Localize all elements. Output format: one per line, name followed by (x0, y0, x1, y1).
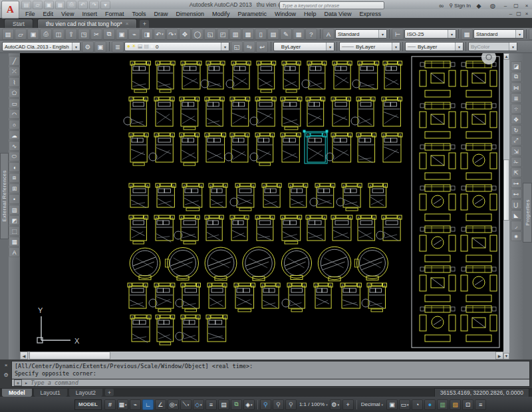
furniture-block[interactable] (129, 215, 148, 244)
furniture-block[interactable] (382, 133, 402, 162)
publish-icon[interactable]: ⇪ (65, 29, 77, 40)
pan-realtime-icon[interactable]: ✥ (179, 29, 191, 40)
menu-item-modify[interactable]: Modify (208, 11, 234, 17)
dynamic-input-icon[interactable]: ⌁ (130, 399, 141, 410)
horizontal-scroll-thumb[interactable] (29, 352, 110, 360)
furniture-block[interactable] (230, 97, 250, 126)
layout-tab-model[interactable]: Model (2, 389, 32, 397)
sofa-set-block[interactable] (461, 266, 497, 302)
line-icon[interactable]: ╱ (9, 56, 20, 66)
tab-start[interactable]: Start (4, 19, 33, 28)
furniture-block[interactable] (230, 215, 249, 241)
hardware-acceleration-icon[interactable]: ● (424, 399, 436, 410)
furniture-block[interactable] (336, 183, 362, 211)
furniture-block[interactable] (206, 315, 227, 342)
isometric-drafting-icon[interactable]: ◎ (168, 399, 179, 410)
paste-clip-icon[interactable]: ▣ (116, 29, 128, 40)
point-icon[interactable]: • (9, 194, 20, 204)
exchange-apps-icon[interactable]: ▧ (450, 399, 461, 410)
qnew-icon[interactable]: ▤ (2, 29, 14, 40)
plot-icon[interactable]: ⎙ (66, 1, 76, 9)
sheet-set-manager-icon[interactable]: ▤ (267, 29, 279, 40)
furniture-block[interactable] (205, 133, 226, 162)
match-properties-icon[interactable]: ⌁ (128, 29, 140, 40)
help-icon[interactable]: ? (305, 29, 317, 40)
units-select[interactable]: Decimal (359, 401, 385, 407)
furniture-block[interactable] (326, 133, 352, 162)
annotation-scale-select[interactable]: 1:1 / 100% (297, 401, 330, 407)
layer-on-icon[interactable]: ● (127, 44, 130, 49)
qnew-icon[interactable]: ▤ (21, 1, 31, 9)
table-icon[interactable]: ▦ (9, 237, 20, 247)
copy-clip-icon[interactable]: ⧉ (103, 29, 115, 40)
furniture-block[interactable] (149, 133, 174, 162)
furniture-block[interactable] (207, 283, 227, 308)
text-style-select[interactable]: Standard▾ (335, 29, 387, 39)
furniture-block[interactable] (302, 61, 327, 89)
furniture-block[interactable] (226, 61, 251, 89)
sofa-set-block[interactable] (461, 226, 497, 262)
furniture-block[interactable] (154, 97, 174, 126)
furniture-block[interactable] (281, 248, 311, 279)
furniture-block[interactable] (289, 183, 308, 207)
furniture-block[interactable] (182, 183, 203, 211)
redo-icon[interactable]: ↷ (89, 1, 99, 9)
furniture-block[interactable] (332, 61, 352, 89)
osnap-tracking-icon[interactable]: ⟍ (180, 399, 192, 410)
furniture-block[interactable] (306, 215, 327, 241)
sign-in-button[interactable]: ⚲Sign In (449, 3, 471, 9)
text-style-icon[interactable]: A (323, 29, 334, 40)
save-icon[interactable]: ▣ (27, 29, 39, 40)
scroll-down-icon[interactable]: ▼ (503, 353, 509, 360)
furniture-block[interactable] (243, 247, 275, 280)
layer-lock-icon[interactable]: ⬓ (138, 44, 143, 49)
make-block-icon[interactable]: ⊞ (9, 183, 20, 193)
layer-properties-manager-icon[interactable]: ≣ (112, 41, 124, 52)
transparency-icon[interactable]: ▤ (218, 399, 229, 410)
new-drawing-tab-button[interactable]: + (140, 20, 149, 28)
furniture-block[interactable] (130, 315, 151, 342)
table-style-icon[interactable]: ▦ (461, 29, 473, 40)
furniture-block[interactable] (174, 215, 200, 244)
menu-item-help[interactable]: Help (300, 11, 321, 17)
redo-icon[interactable]: ↷ (166, 29, 178, 40)
menu-item-parametric[interactable]: Parametric (234, 11, 271, 17)
workspace-settings-icon[interactable]: ⚙ (82, 41, 94, 52)
layer-previous-icon[interactable]: ↩ (256, 41, 268, 52)
lineweight-select[interactable]: —— ByLayer▾ (405, 42, 464, 51)
layer-freeze-icon[interactable]: ☀ (132, 44, 136, 49)
furniture-block[interactable] (166, 248, 199, 280)
furniture-block[interactable] (180, 133, 200, 165)
selection-cycling-icon[interactable]: ⧉ (231, 399, 242, 410)
furniture-block[interactable] (356, 133, 376, 163)
furniture-block[interactable] (230, 183, 255, 211)
table-style-select[interactable]: Standard▾ (473, 29, 524, 39)
command-close-icon[interactable]: × (5, 362, 8, 368)
furniture-block[interactable] (262, 183, 281, 207)
app-logo[interactable]: A (1, 1, 19, 19)
close-button[interactable]: × (523, 3, 531, 9)
furniture-block[interactable] (281, 215, 302, 244)
quickcalc-icon[interactable]: ▦ (293, 29, 305, 40)
dim-style-icon[interactable]: ⊢ (392, 29, 404, 40)
tab-drawing[interactable]: thu vien cad noi that tong hop*× (37, 19, 138, 28)
furniture-block[interactable] (129, 133, 148, 165)
properties-palette-icon[interactable]: ▥ (229, 29, 241, 40)
furniture-block[interactable] (314, 283, 332, 308)
autoscale-icon[interactable]: ⚲ (273, 399, 284, 410)
furniture-block[interactable] (368, 183, 388, 207)
gradient-icon[interactable]: ◩ (9, 215, 20, 225)
furniture-block[interactable] (306, 97, 325, 126)
open-icon[interactable]: ▱ (33, 1, 43, 9)
furniture-block[interactable] (340, 283, 361, 308)
quick-properties-icon[interactable]: ▭ (399, 399, 410, 410)
layer-color-swatch-icon[interactable]: ■ (150, 44, 154, 49)
sofa-set-block[interactable] (420, 185, 456, 221)
furniture-block[interactable] (355, 248, 388, 280)
plot-icon[interactable]: ⎙ (40, 29, 52, 40)
qat-menu-icon[interactable]: ▾ (100, 1, 110, 9)
insert-block-icon[interactable]: ⧈ (9, 173, 20, 183)
ucs-settings-icon[interactable]: ▣ (94, 41, 106, 52)
furniture-block[interactable] (255, 215, 275, 241)
furniture-block[interactable] (282, 283, 306, 312)
